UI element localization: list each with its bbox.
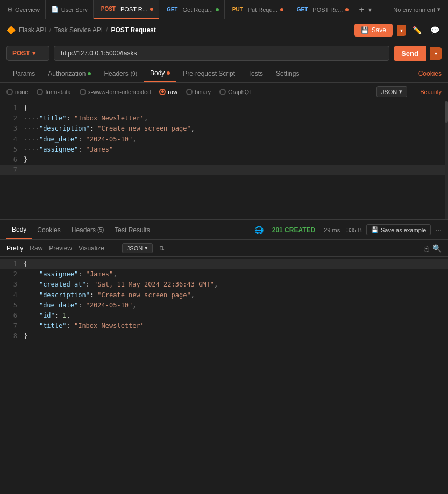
- tab-tests[interactable]: Tests: [241, 66, 269, 82]
- fmt-pretty[interactable]: Pretty: [6, 245, 23, 252]
- body-type-bar: none form-data x-www-form-urlencoded raw…: [0, 83, 448, 101]
- dot-indicator-green: [216, 8, 219, 11]
- res-tab-headers[interactable]: Headers (5): [66, 220, 110, 239]
- scrollbar-thumb[interactable]: [445, 101, 448, 123]
- radio-binary: [186, 89, 193, 95]
- save-as-example-button[interactable]: 💾 Save as example: [366, 224, 431, 235]
- res-code-line-8: 8 }: [0, 331, 448, 341]
- response-format-bar: Pretty Raw Preview Visualize JSON ▾ ⇅ ⎘ …: [0, 240, 448, 257]
- file-icon: 📄: [51, 6, 59, 13]
- add-tab-button[interactable]: +: [354, 5, 368, 15]
- response-section: Body Cookies Headers (5) Test Results 🌐 …: [0, 219, 448, 344]
- body-type-none[interactable]: none: [6, 89, 28, 95]
- code-line-3: 3 ····"description": "Create new screen …: [0, 124, 448, 134]
- tab-put-requ[interactable]: PUT Put Requ...: [225, 0, 289, 19]
- json-chevron-icon: ▾: [399, 88, 402, 95]
- code-line-2: 2 ····"title": "Inbox Newsletter",: [0, 113, 448, 124]
- tab-post-r1[interactable]: POST POST R...: [94, 0, 159, 19]
- res-json-chevron-icon: ▾: [145, 245, 148, 252]
- response-tabs-bar: Body Cookies Headers (5) Test Results 🌐 …: [0, 220, 448, 240]
- code-line-7: 7: [0, 165, 448, 175]
- method-badge-get: GET: [165, 6, 180, 13]
- fmt-visualize[interactable]: Visualize: [79, 245, 104, 252]
- url-input[interactable]: [54, 46, 389, 61]
- res-tab-body[interactable]: Body: [6, 220, 32, 239]
- fmt-raw[interactable]: Raw: [30, 245, 42, 252]
- tab-authorization[interactable]: Authorization: [41, 66, 97, 82]
- json-format-select[interactable]: JSON ▾: [376, 86, 407, 97]
- breadcrumb: 🔶 Flask API / Task Service API / POST Re…: [6, 26, 156, 34]
- cookies-button[interactable]: Cookies: [418, 70, 442, 77]
- response-body-viewer: 1 { 2 "assignee": "James", 3 "created_at…: [0, 257, 448, 344]
- breadcrumb-sep1: /: [49, 26, 51, 34]
- dot-indicator-put: [280, 8, 283, 11]
- edit-button[interactable]: ✏️: [410, 24, 424, 37]
- radio-form-data: [37, 89, 43, 95]
- code-line-4: 4 ····"due_date": "2024-05-10",: [0, 134, 448, 145]
- tab-pre-request[interactable]: Pre-request Script: [176, 66, 241, 82]
- beautify-button[interactable]: Beautify: [420, 89, 442, 95]
- save-button[interactable]: 💾 Save: [354, 24, 393, 37]
- save-dropdown-button[interactable]: ▾: [397, 25, 406, 36]
- response-actions: 🌐 201 CREATED 29 ms 335 B 💾 Save as exam…: [254, 224, 442, 235]
- res-tab-test-results[interactable]: Test Results: [109, 220, 155, 239]
- tab-overview[interactable]: ⊞ Overview: [2, 0, 46, 19]
- tab-user-serv[interactable]: 📄 User Serv: [46, 0, 94, 19]
- overview-icon: ⊞: [8, 6, 12, 13]
- body-dot: [167, 71, 170, 75]
- body-type-graphql[interactable]: GraphQL: [219, 89, 252, 95]
- radio-none: [6, 89, 13, 95]
- method-badge-get2: GET: [295, 6, 310, 13]
- url-bar: POST ▾ Send ▾: [0, 41, 448, 65]
- method-chevron-icon: ▾: [32, 49, 35, 57]
- copy-response-button[interactable]: ⎘: [424, 244, 428, 253]
- radio-graphql: [219, 89, 226, 95]
- send-dropdown-button[interactable]: ▾: [430, 47, 442, 60]
- comment-button[interactable]: 💬: [428, 24, 442, 37]
- tab-body[interactable]: Body: [144, 65, 176, 82]
- auth-dot: [88, 72, 91, 75]
- tab-headers[interactable]: Headers (9): [97, 66, 144, 82]
- dot-indicator: [150, 8, 153, 11]
- environment-selector[interactable]: No environment ▾: [388, 6, 446, 13]
- tab-post-re2[interactable]: GET POST Re...: [289, 0, 355, 19]
- code-line-1: 1 {: [0, 103, 448, 113]
- search-response-button[interactable]: 🔍: [432, 244, 442, 253]
- body-type-urlencoded[interactable]: x-www-form-urlencoded: [80, 89, 151, 95]
- res-code-line-5: 5 "due_date": "2024-05-10",: [0, 300, 448, 311]
- res-code-line-2: 2 "assignee": "James",: [0, 269, 448, 280]
- tab-params[interactable]: Params: [6, 66, 41, 82]
- radio-raw: [159, 89, 166, 95]
- save-icon: 💾: [361, 26, 369, 34]
- body-type-raw[interactable]: raw: [159, 89, 177, 95]
- method-select[interactable]: POST ▾: [6, 46, 49, 61]
- more-options-button[interactable]: ···: [435, 226, 442, 234]
- response-time: 29 ms: [324, 227, 340, 233]
- res-tab-cookies[interactable]: Cookies: [32, 220, 66, 239]
- breadcrumb-bar: 🔶 Flask API / Task Service API / POST Re…: [0, 19, 448, 41]
- dot-indicator-2: [345, 8, 349, 11]
- code-line-5: 5 ····"assignee": "James": [0, 145, 448, 155]
- res-code-line-4: 4 "description": "Create new screen page…: [0, 290, 448, 300]
- res-right-actions: ⎘ 🔍: [424, 244, 442, 253]
- globe-icon: 🌐: [254, 226, 264, 234]
- tab-bar: ⊞ Overview 📄 User Serv POST POST R... GE…: [0, 0, 448, 19]
- method-badge-post: POST: [99, 5, 118, 12]
- filter-icon[interactable]: ⇅: [159, 245, 165, 252]
- breadcrumb-sep2: /: [106, 26, 108, 34]
- body-type-binary[interactable]: binary: [186, 89, 211, 95]
- body-type-form-data[interactable]: form-data: [37, 89, 70, 95]
- response-size: 335 B: [346, 227, 362, 233]
- res-code-line-6: 6 "id": 1,: [0, 311, 448, 321]
- flask-logo: 🔶: [6, 26, 16, 34]
- save-example-icon: 💾: [371, 226, 379, 233]
- chevron-down-icon: ▾: [437, 6, 440, 13]
- request-body-editor[interactable]: 1 { 2 ····"title": "Inbox Newsletter", 3…: [0, 101, 448, 219]
- send-button[interactable]: Send: [394, 46, 426, 61]
- tab-get-requ[interactable]: GET Get Requ...: [159, 0, 225, 19]
- res-json-format-select[interactable]: JSON ▾: [122, 243, 153, 253]
- divider: [113, 244, 113, 253]
- tab-settings[interactable]: Settings: [269, 66, 305, 82]
- tab-overflow-button[interactable]: ▾: [368, 6, 379, 13]
- fmt-preview[interactable]: Preview: [49, 245, 72, 252]
